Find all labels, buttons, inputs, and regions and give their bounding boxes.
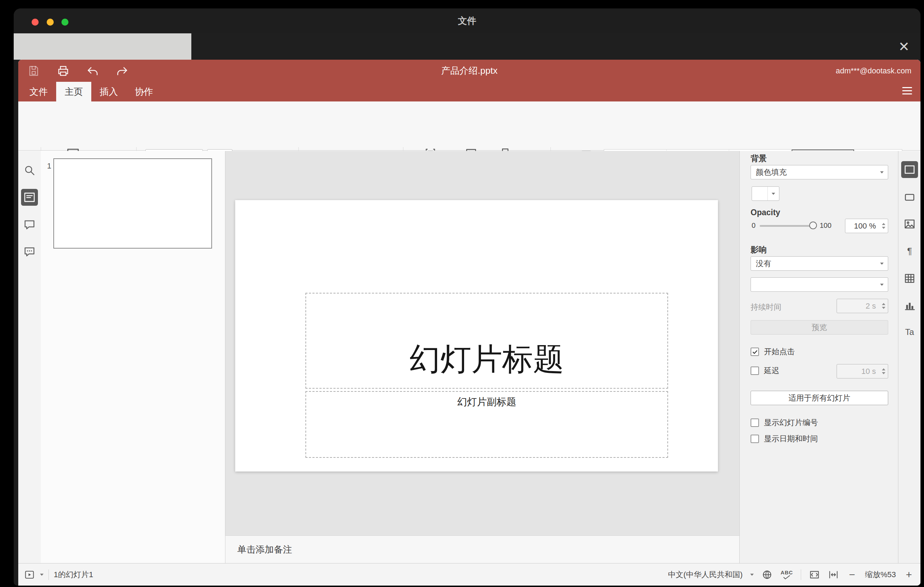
duration-label: 持续时间 — [751, 302, 782, 312]
delay-row: 延迟 — [751, 366, 779, 375]
duration-value: 2 s — [866, 302, 876, 311]
chart-settings-button[interactable] — [901, 297, 918, 314]
spinner-up-icon[interactable] — [882, 303, 885, 305]
slides-panel-button[interactable] — [21, 189, 38, 206]
spellcheck-label: ABC — [780, 570, 793, 575]
start-slideshow-status-button[interactable] — [24, 569, 35, 580]
language-button[interactable]: 中文(中华人民共和国) — [668, 569, 743, 580]
fit-slide-button[interactable] — [809, 569, 820, 580]
spinner-down-icon[interactable] — [882, 227, 885, 229]
comments-button[interactable] — [21, 216, 38, 233]
slide-title-text: 幻灯片标题 — [410, 338, 564, 380]
apply-to-all-slides-button[interactable]: 适用于所有幻灯片 — [751, 391, 888, 405]
editor-header: 产品介绍.pptx adm***@dootask.com 文件 主页 插入 协作 — [18, 60, 921, 101]
show-date-time-row: 显示日期和时间 — [751, 434, 818, 444]
spellcheck-button[interactable]: ABC — [780, 570, 793, 580]
macos-window: 文件 ✕ 产品介绍.pptx adm***@dootask.com 文件 主页 … — [14, 8, 921, 585]
title-placeholder[interactable]: 幻灯片标题 — [305, 293, 668, 389]
tab-insert[interactable]: 插入 — [91, 82, 126, 101]
start-on-click-checkbox[interactable] — [751, 348, 759, 356]
spinner-up-icon[interactable] — [882, 368, 885, 370]
status-divider — [801, 569, 801, 580]
right-icon-strip: ¶ Ta — [898, 151, 921, 563]
chevron-down-icon — [880, 262, 884, 265]
document-title: 产品介绍.pptx — [18, 60, 921, 82]
comment-icon — [23, 218, 36, 231]
fit-slide-icon — [809, 569, 820, 580]
slide-settings-button[interactable] — [901, 161, 918, 178]
chevron-down-icon — [880, 284, 884, 286]
opacity-max-label: 100 — [820, 221, 831, 229]
macos-titlebar: 文件 — [14, 8, 921, 33]
delay-spinner[interactable]: 10 s — [837, 364, 888, 378]
background-fill-select[interactable]: 颜色填充 — [751, 165, 888, 180]
table-settings-icon — [903, 272, 916, 285]
chevron-down-icon — [880, 171, 884, 173]
search-icon — [23, 163, 36, 177]
slide[interactable]: 幻灯片标题 幻灯片副标题 — [235, 200, 718, 472]
zoom-out-button[interactable]: − — [847, 569, 857, 581]
show-slide-number-label: 显示幻灯片编号 — [764, 417, 818, 428]
user-email: adm***@dootask.com — [835, 60, 911, 82]
color-swatch — [752, 187, 768, 201]
background-fill-value: 颜色填充 — [756, 167, 787, 178]
zoom-in-button[interactable]: + — [904, 569, 914, 581]
menu-icon[interactable] — [902, 87, 912, 94]
spinner-down-icon[interactable] — [882, 372, 885, 374]
status-divider — [48, 569, 49, 580]
left-icon-strip — [18, 151, 41, 563]
chat-icon — [23, 245, 36, 258]
delay-checkbox[interactable] — [751, 366, 759, 375]
opacity-slider-knob[interactable] — [809, 221, 817, 229]
chevron-down-icon[interactable] — [40, 574, 43, 576]
tab-collaboration[interactable]: 协作 — [126, 82, 162, 101]
dialog-band: ✕ — [14, 33, 921, 60]
slide-thumbnail[interactable] — [53, 158, 212, 249]
shape-settings-button[interactable] — [901, 189, 918, 206]
image-settings-icon — [903, 218, 916, 230]
slide-settings-icon — [903, 163, 916, 176]
set-language-globe-button[interactable] — [761, 569, 773, 580]
show-date-time-label: 显示日期和时间 — [764, 434, 818, 444]
table-settings-button[interactable] — [901, 270, 918, 287]
image-settings-button[interactable] — [901, 216, 918, 232]
fit-width-button[interactable] — [828, 569, 839, 580]
tab-home[interactable]: 主页 — [56, 82, 91, 101]
background-color-picker[interactable] — [752, 186, 779, 201]
chevron-down-icon — [772, 193, 775, 195]
opacity-spinner[interactable]: 100 % — [845, 219, 888, 233]
slide-settings-panel: 背景 颜色填充 Opacity 0 100 100 % 影响 没有 — [739, 151, 898, 563]
opacity-label: Opacity — [751, 208, 780, 217]
window-title: 文件 — [14, 8, 921, 33]
chat-button[interactable] — [21, 243, 38, 260]
zoom-level-label[interactable]: 缩放%53 — [865, 569, 896, 580]
transition-select[interactable]: 没有 — [751, 256, 888, 271]
delay-value: 10 s — [861, 367, 876, 376]
spinner-up-icon[interactable] — [882, 223, 885, 225]
subtitle-placeholder[interactable]: 幻灯片副标题 — [305, 391, 668, 458]
show-date-time-checkbox[interactable] — [751, 435, 759, 443]
close-icon[interactable]: ✕ — [895, 37, 913, 56]
shape-settings-icon — [903, 191, 916, 204]
ribbon-tabs: 文件 主页 插入 协作 — [21, 82, 162, 101]
chevron-down-icon[interactable] — [750, 574, 754, 576]
search-button[interactable] — [21, 162, 38, 179]
opacity-slider-track[interactable] — [760, 225, 816, 227]
chart-settings-icon — [903, 299, 916, 312]
slide-thumbnail-number: 1 — [47, 162, 51, 171]
tab-file[interactable]: 文件 — [21, 82, 56, 101]
show-slide-number-checkbox[interactable] — [751, 419, 759, 427]
start-on-click-row: 开始点击 — [751, 347, 795, 356]
notes-placeholder: 单击添加备注 — [237, 544, 292, 556]
duration-spinner[interactable]: 2 s — [837, 299, 888, 313]
background-label: 背景 — [751, 153, 767, 164]
paragraph-settings-button[interactable]: ¶ — [901, 242, 918, 259]
opacity-min-label: 0 — [752, 221, 756, 229]
spinner-down-icon[interactable] — [882, 307, 885, 309]
slide-subtitle-text: 幻灯片副标题 — [457, 395, 516, 409]
notes-area[interactable]: 单击添加备注 — [225, 535, 739, 563]
transition-effect-select[interactable] — [751, 277, 888, 292]
textart-settings-button[interactable]: Ta — [901, 324, 918, 341]
transition-label: 影响 — [751, 244, 767, 255]
preview-button[interactable]: 预览 — [751, 320, 888, 335]
